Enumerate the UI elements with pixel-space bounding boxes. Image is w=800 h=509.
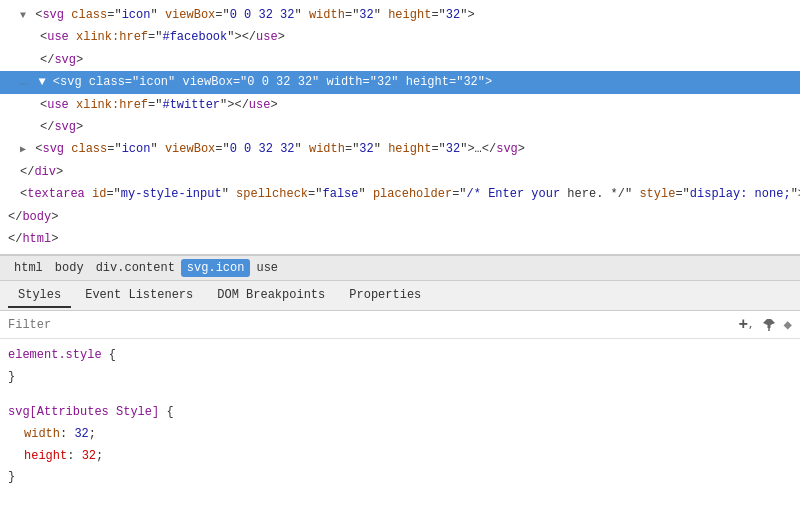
width-prop-value: 32 [74, 427, 88, 441]
filter-bar: +, ◆ [0, 311, 800, 339]
style-close-line: } [8, 367, 792, 389]
breadcrumb-div-content[interactable]: div.content [90, 259, 181, 277]
tab-event-listeners[interactable]: Event Listeners [75, 284, 203, 308]
dom-line[interactable]: </svg> [0, 49, 800, 71]
pin-icon[interactable] [762, 318, 776, 332]
devtools-panel: <svg class="icon" viewBox="0 0 32 32" wi… [0, 0, 800, 509]
ellipsis-indicator: … [20, 75, 27, 89]
height-prop-value: 32 [82, 449, 96, 463]
dom-line[interactable]: <svg class="icon" viewBox="0 0 32 32" wi… [0, 138, 800, 160]
dom-line[interactable]: </div> [0, 161, 800, 183]
tab-dom-breakpoints[interactable]: DOM Breakpoints [207, 284, 335, 308]
dom-line[interactable]: <use xlink:href="#twitter"></use> [0, 94, 800, 116]
height-prop-name: height [24, 449, 67, 463]
filter-input[interactable] [8, 318, 739, 332]
triangle-right-icon [20, 142, 26, 156]
svg-attributes-style-rule: svg[Attributes Style] { width: 32; heigh… [8, 402, 792, 488]
style-close-line-2: } [8, 467, 792, 489]
svg-attributes-selector: svg[Attributes Style] [8, 405, 166, 419]
breadcrumb-body[interactable]: body [49, 259, 90, 277]
tab-styles[interactable]: Styles [8, 284, 71, 308]
style-prop-height: height: 32; [8, 446, 792, 468]
breadcrumb-html[interactable]: html [8, 259, 49, 277]
styles-panel: element.style { } svg[Attributes Style] … [0, 339, 800, 509]
style-selector: element.style [8, 348, 109, 362]
style-selector-line: element.style { [8, 345, 792, 367]
breadcrumb-bar: html body div.content svg.icon use [0, 255, 800, 281]
filter-icons: +, ◆ [739, 316, 792, 334]
dom-line[interactable]: <textarea id="my-style-input" spellcheck… [0, 183, 800, 205]
dom-line[interactable]: </html> [0, 228, 800, 250]
add-style-icon[interactable]: +, [739, 316, 754, 334]
width-prop-name: width [24, 427, 60, 441]
dom-tree: <svg class="icon" viewBox="0 0 32 32" wi… [0, 0, 800, 255]
tab-properties[interactable]: Properties [339, 284, 431, 308]
style-selector-line-2: svg[Attributes Style] { [8, 402, 792, 424]
dom-line[interactable]: <use xlink:href="#facebook"></use> [0, 26, 800, 48]
breadcrumb-use[interactable]: use [250, 259, 284, 277]
element-style-rule: element.style { } [8, 345, 792, 388]
dom-line[interactable]: </body> [0, 206, 800, 228]
triangle-icon [20, 8, 26, 22]
dom-line-highlighted[interactable]: … ▼ <svg class="icon" viewBox="0 0 32 32… [0, 71, 800, 93]
style-prop-width: width: 32; [8, 424, 792, 446]
diamond-icon[interactable]: ◆ [784, 316, 792, 333]
breadcrumb-svg-icon[interactable]: svg.icon [181, 259, 251, 277]
dom-line[interactable]: <svg class="icon" viewBox="0 0 32 32" wi… [0, 4, 800, 26]
tabs-bar: Styles Event Listeners DOM Breakpoints P… [0, 281, 800, 311]
dom-line[interactable]: </svg> [0, 116, 800, 138]
